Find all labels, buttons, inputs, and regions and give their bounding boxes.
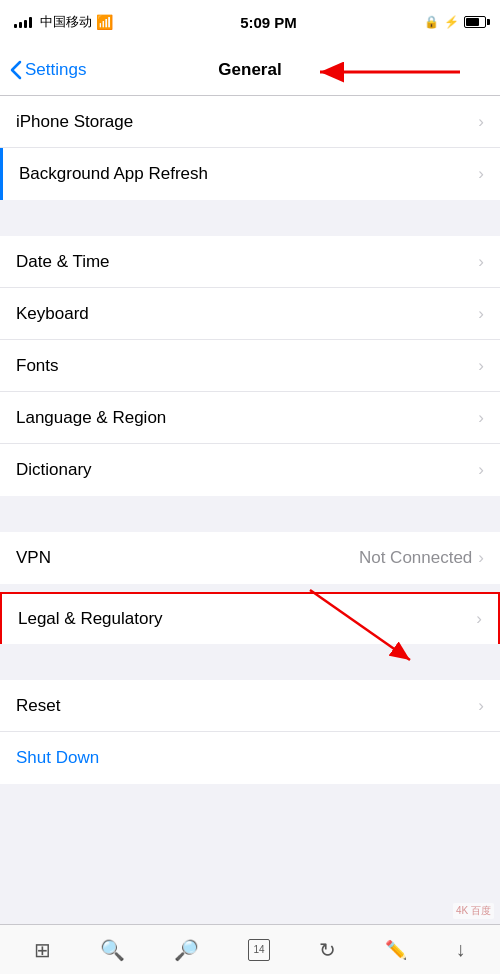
row-right: ›	[478, 252, 484, 272]
status-bar: 中国移动 📶 5:09 PM 🔒 ⚡	[0, 0, 500, 44]
status-right: 🔒 ⚡	[424, 15, 486, 29]
download-icon[interactable]: ↓	[455, 938, 465, 961]
chevron-icon: ›	[478, 356, 484, 376]
row-right: ›	[478, 408, 484, 428]
row-right: Not Connected ›	[359, 548, 484, 568]
wifi-icon: 📶	[96, 14, 113, 30]
row-right: ›	[478, 356, 484, 376]
charge-icon: ⚡	[444, 15, 459, 29]
signal-bars	[14, 16, 32, 28]
list-item[interactable]: Fonts ›	[0, 340, 500, 392]
list-item[interactable]: Background App Refresh ›	[0, 148, 500, 200]
list-item[interactable]: Legal & Regulatory ›	[0, 592, 500, 644]
section-2: Date & Time › Keyboard › Fonts › Languag…	[0, 236, 500, 496]
list-item[interactable]: Reset ›	[0, 680, 500, 732]
dictionary-label: Dictionary	[16, 460, 92, 480]
section-1: iPhone Storage › Background App Refresh …	[0, 96, 500, 200]
list-item[interactable]: Language & Region ›	[0, 392, 500, 444]
list-item[interactable]: Shut Down	[0, 732, 500, 784]
bottom-toolbar: ⊞ 🔍 🔎 14 ↻ ✏️ ↓	[0, 924, 500, 974]
nav-bar: Settings General	[0, 44, 500, 96]
page-title: General	[218, 60, 281, 80]
pencil-icon[interactable]: ✏️	[385, 939, 407, 961]
chevron-icon: ›	[476, 609, 482, 629]
language-region-label: Language & Region	[16, 408, 166, 428]
status-left: 中国移动 📶	[14, 13, 113, 31]
vpn-label: VPN	[16, 548, 51, 568]
back-label: Settings	[25, 60, 86, 80]
settings-content: iPhone Storage › Background App Refresh …	[0, 96, 500, 844]
row-right: ›	[476, 609, 482, 629]
row-right: ›	[478, 112, 484, 132]
chevron-icon: ›	[478, 112, 484, 132]
refresh-icon[interactable]: ↻	[319, 938, 336, 962]
reset-label: Reset	[16, 696, 60, 716]
section-gap	[0, 644, 500, 680]
zoom-out-icon[interactable]: 🔍	[100, 938, 125, 962]
row-right: ›	[478, 164, 484, 184]
list-item[interactable]: iPhone Storage ›	[0, 96, 500, 148]
row-right: ›	[478, 696, 484, 716]
background-app-refresh-label: Background App Refresh	[19, 164, 208, 184]
keyboard-label: Keyboard	[16, 304, 89, 324]
nav-back-button[interactable]: Settings	[10, 60, 86, 80]
section-4: Legal & Regulatory ›	[0, 592, 500, 644]
vpn-value: Not Connected	[359, 548, 472, 568]
carrier-label: 中国移动	[40, 13, 92, 31]
watermark: 4K 百度	[453, 903, 494, 919]
chevron-icon: ›	[478, 252, 484, 272]
section-gap	[0, 200, 500, 236]
chevron-icon: ›	[478, 304, 484, 324]
list-item[interactable]: VPN Not Connected ›	[0, 532, 500, 584]
battery-icon	[464, 16, 486, 28]
chevron-icon: ›	[478, 408, 484, 428]
status-time: 5:09 PM	[240, 14, 297, 31]
grid-icon[interactable]: ⊞	[34, 938, 51, 962]
chevron-icon: ›	[478, 460, 484, 480]
grid2-icon[interactable]: 14	[248, 939, 270, 961]
row-right: ›	[478, 460, 484, 480]
back-chevron-icon	[10, 60, 22, 80]
zoom-in-icon[interactable]: 🔎	[174, 938, 199, 962]
chevron-icon: ›	[478, 696, 484, 716]
iphone-storage-label: iPhone Storage	[16, 112, 133, 132]
section-gap	[0, 584, 500, 592]
date-time-label: Date & Time	[16, 252, 110, 272]
row-right: ›	[478, 304, 484, 324]
legal-regulatory-label: Legal & Regulatory	[18, 609, 163, 629]
list-item[interactable]: Date & Time ›	[0, 236, 500, 288]
lock-icon: 🔒	[424, 15, 439, 29]
list-item[interactable]: Dictionary ›	[0, 444, 500, 496]
bottom-spacer	[0, 784, 500, 844]
list-item[interactable]: Keyboard ›	[0, 288, 500, 340]
fonts-label: Fonts	[16, 356, 59, 376]
chevron-icon: ›	[478, 548, 484, 568]
chevron-icon: ›	[478, 164, 484, 184]
shut-down-label: Shut Down	[16, 748, 99, 768]
section-gap	[0, 496, 500, 532]
section-5: Reset › Shut Down	[0, 680, 500, 784]
section-3: VPN Not Connected ›	[0, 532, 500, 584]
